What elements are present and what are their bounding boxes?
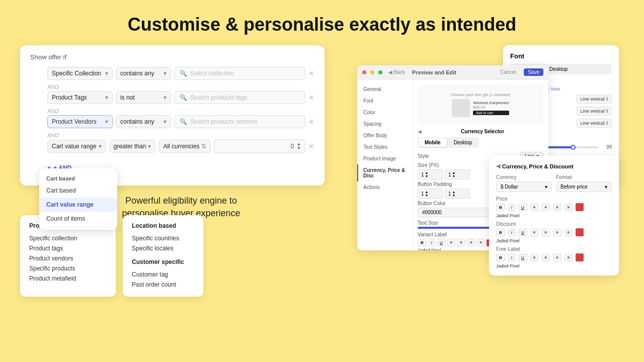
search-box-3[interactable]: 🔍 Search products vendors: [174, 115, 305, 128]
bs-product-image[interactable]: Product Image: [357, 153, 412, 164]
price-bold[interactable]: B: [496, 204, 505, 211]
location-item-2[interactable]: Specific locales: [132, 243, 194, 253]
stepper-4[interactable]: ▲ ▼: [297, 142, 301, 150]
size-w-input[interactable]: 1 ▲▼: [418, 169, 443, 179]
variant-underline-btn[interactable]: U: [437, 239, 446, 246]
price-align-right[interactable]: ≡: [553, 204, 561, 211]
variant-align-center-btn[interactable]: ≡: [457, 239, 465, 246]
bs-general[interactable]: General: [357, 83, 412, 95]
milestone-font-select[interactable]: Line vertical ‡: [577, 107, 612, 116]
price-color-swatch[interactable]: [576, 203, 584, 211]
currency-card: ◀ Currency, Price & Discount Currency $ …: [489, 156, 619, 276]
bs-offer-body[interactable]: Offer Body: [357, 130, 412, 141]
variant-align-right-btn[interactable]: ≡: [467, 239, 475, 246]
variant-align-justify-btn[interactable]: ≡: [477, 239, 486, 246]
disc-italic[interactable]: I: [508, 229, 515, 236]
free-italic[interactable]: I: [508, 254, 515, 261]
currency-select-4[interactable]: All currencies ⇅: [158, 140, 211, 153]
add-to-cart-btn[interactable]: Add to cart: [473, 111, 509, 115]
operator-select-2[interactable]: is not ▾: [116, 91, 171, 104]
back-btn[interactable]: ◀ Back: [388, 69, 405, 75]
chevron-icon-3: ▾: [105, 118, 108, 125]
free-color-swatch[interactable]: [576, 253, 584, 261]
remove-btn-1[interactable]: ✕: [308, 69, 314, 77]
disc-align-right[interactable]: ≡: [553, 229, 561, 236]
condition-row-2: Product Tags ▾ is not ▾ 🔍 Search product…: [30, 91, 314, 104]
disc-align-left[interactable]: ≡: [530, 229, 539, 236]
cart-section-label: Cart based: [39, 172, 117, 184]
remove-btn-4[interactable]: ✕: [308, 142, 314, 150]
free-align-justify[interactable]: ≡: [565, 254, 573, 261]
disc-bold[interactable]: B: [496, 229, 505, 236]
currency-back-icon[interactable]: ◀: [496, 163, 500, 169]
product-item-3[interactable]: Product vendors: [29, 253, 107, 263]
price-align-justify[interactable]: ≡: [565, 204, 573, 211]
product-item-2[interactable]: Product tags: [29, 243, 107, 253]
variant-align-left-btn[interactable]: ≡: [447, 239, 456, 246]
free-underline[interactable]: U: [518, 254, 527, 261]
customer-item-1[interactable]: Customer tag: [132, 269, 194, 280]
cart-item-1[interactable]: Cart based: [39, 184, 117, 198]
free-align-left[interactable]: ≡: [530, 254, 539, 261]
disc-color-swatch[interactable]: [576, 228, 584, 236]
discount-pixel-text: Jaded Pixel: [496, 238, 612, 243]
title-font-select[interactable]: Line vertical ‡: [577, 95, 612, 104]
free-align-center[interactable]: ≡: [541, 254, 550, 261]
location-item-1[interactable]: Specific countries: [132, 233, 194, 243]
dot-green: [378, 70, 382, 74]
operator-select-1[interactable]: contains any ▾: [116, 67, 171, 80]
mobile-view-btn[interactable]: Mobile: [419, 138, 447, 147]
dot-yellow: [370, 70, 374, 74]
bs-currency[interactable]: Currency, Price & Disc: [357, 164, 412, 182]
bs-font[interactable]: Font: [357, 95, 412, 107]
variant-bold-btn[interactable]: B: [418, 239, 427, 246]
search-icon-2: 🔍: [180, 94, 187, 101]
operator-select-4[interactable]: greater than ▾: [109, 140, 156, 153]
size-h-input[interactable]: 1 ▲▼: [445, 169, 470, 179]
remove-btn-3[interactable]: ✕: [308, 118, 314, 126]
bs-spacing[interactable]: Spacing: [357, 118, 412, 130]
type-select-3[interactable]: Product Vendors ▾: [47, 115, 113, 128]
cart-item-2[interactable]: Cart value range: [39, 198, 117, 212]
cancel-btn[interactable]: Cancel: [500, 69, 516, 75]
price-align-left[interactable]: ≡: [530, 204, 539, 211]
free-pixel-text: Jaded Pixel: [496, 263, 612, 268]
disc-underline[interactable]: U: [518, 229, 527, 236]
product-item-5[interactable]: Product metafield: [29, 274, 107, 284]
bs-text-styles[interactable]: Text Styles: [357, 141, 412, 153]
remove-btn-2[interactable]: ✕: [308, 94, 314, 102]
customer-item-2[interactable]: Past order count: [132, 280, 194, 290]
save-btn[interactable]: Save: [524, 68, 543, 76]
btn-pad-v[interactable]: 1 ▲▼: [418, 189, 443, 199]
disc-align-center[interactable]: ≡: [541, 229, 550, 236]
currency-value-select[interactable]: $ Dollar ▾: [496, 182, 552, 192]
cart-item-3[interactable]: Count of items: [39, 212, 117, 226]
price-italic[interactable]: I: [508, 204, 515, 211]
product-item-1[interactable]: Specific collection: [29, 233, 107, 243]
and-divider-1: AND: [47, 84, 314, 90]
bs-actions[interactable]: Actions: [357, 182, 412, 193]
operator-select-3[interactable]: contains any ▾: [116, 115, 171, 128]
format-value-select[interactable]: Before price ▾: [556, 182, 612, 192]
btn-pad-h[interactable]: 1 ▲▼: [445, 189, 470, 199]
search-box-1[interactable]: 🔍 Select collection: [174, 67, 305, 80]
page-headline: Customise & personalise exactly as inten…: [128, 14, 516, 35]
price-align-center[interactable]: ≡: [541, 204, 550, 211]
value-input-4[interactable]: 0 ▲ ▼: [214, 139, 305, 153]
rewards-font-select[interactable]: Line vertical ‡: [577, 119, 612, 128]
free-align-right[interactable]: ≡: [553, 254, 561, 261]
free-bold[interactable]: B: [496, 254, 505, 261]
dot-red: [362, 70, 366, 74]
condition-row-4: Cart value range ▾ greater than ▾ All cu…: [30, 139, 314, 153]
type-select-1[interactable]: Specific Collection ▾: [47, 67, 113, 80]
disc-align-justify[interactable]: ≡: [565, 229, 573, 236]
widget-back-icon[interactable]: ◀: [418, 129, 422, 134]
price-underline[interactable]: U: [518, 204, 527, 211]
type-select-4[interactable]: Cart value range ▾: [47, 140, 106, 153]
product-item-4[interactable]: Specific products: [29, 263, 107, 274]
type-select-2[interactable]: Product Tags ▾: [47, 91, 113, 104]
bs-color[interactable]: Color: [357, 107, 412, 118]
variant-italic-btn[interactable]: I: [428, 239, 435, 246]
search-box-2[interactable]: 🔍 Search products tags: [174, 91, 305, 104]
desktop-view-btn[interactable]: Desktop: [448, 138, 478, 147]
